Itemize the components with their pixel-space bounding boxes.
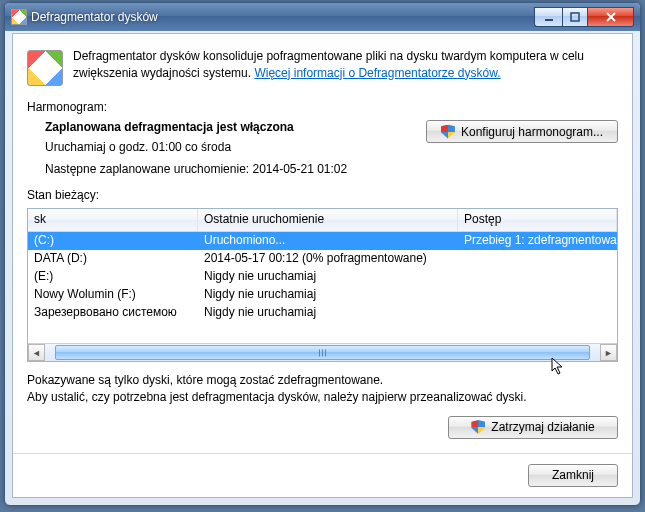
cell-a: DATA (D:) bbox=[28, 250, 198, 268]
titlebar[interactable]: Defragmentator dysków bbox=[5, 3, 640, 31]
schedule-panel: Zaplanowana defragmentacja jest włączona… bbox=[27, 120, 618, 184]
client-area: Defragmentator dysków konsoliduje pofrag… bbox=[12, 33, 633, 498]
note-line2: Aby ustalić, czy potrzebna jest defragme… bbox=[27, 389, 618, 406]
cell-c bbox=[458, 304, 617, 322]
cell-a: (C:) bbox=[28, 232, 198, 250]
scroll-thumb[interactable] bbox=[55, 345, 590, 360]
defrag-icon bbox=[27, 50, 63, 86]
footer: Zamknij bbox=[27, 454, 618, 487]
more-info-link[interactable]: Więcej informacji o Defragmentatorze dys… bbox=[254, 66, 500, 80]
cell-b: Uruchomiono... bbox=[198, 232, 458, 250]
intro-panel: Defragmentator dysków konsoliduje pofrag… bbox=[27, 48, 618, 86]
maximize-button[interactable] bbox=[562, 7, 588, 27]
cell-b: 2014-05-17 00:12 (0% pofragmentowane) bbox=[198, 250, 458, 268]
table-row[interactable]: (E:)Nigdy nie uruchamiaj bbox=[28, 268, 617, 286]
configure-schedule-label: Konfiguruj harmonogram... bbox=[461, 125, 603, 139]
window-title: Defragmentator dysków bbox=[27, 10, 534, 24]
cell-b: Nigdy nie uruchamiaj bbox=[198, 286, 458, 304]
cell-b: Nigdy nie uruchamiaj bbox=[198, 304, 458, 322]
note-text: Pokazywane są tylko dyski, które mogą zo… bbox=[27, 372, 618, 406]
window-frame: Defragmentator dysków Defragmentator dys… bbox=[4, 2, 641, 506]
horizontal-scrollbar[interactable]: ◄ ► bbox=[28, 343, 617, 361]
cell-c: Przebieg 1: zdefragmentowano 5% bbox=[458, 232, 617, 250]
table-row[interactable]: Зарезервовано системоюNigdy nie uruchami… bbox=[28, 304, 617, 322]
stop-defrag-button[interactable]: Zatrzymaj działanie bbox=[448, 416, 618, 439]
status-label: Stan bieżący: bbox=[27, 188, 618, 202]
listview-header[interactable]: sk Ostatnie uruchomienie Postęp bbox=[28, 209, 617, 232]
stop-defrag-label: Zatrzymaj działanie bbox=[491, 420, 594, 434]
table-row[interactable]: DATA (D:)2014-05-17 00:12 (0% pofragment… bbox=[28, 250, 617, 268]
col-progress[interactable]: Postęp bbox=[458, 209, 617, 231]
cell-a: Nowy Wolumin (F:) bbox=[28, 286, 198, 304]
shield-icon bbox=[471, 420, 485, 434]
table-row[interactable]: (C:)Uruchomiono...Przebieg 1: zdefragmen… bbox=[28, 232, 617, 250]
action-buttons: Zatrzymaj działanie bbox=[27, 416, 618, 439]
cell-c bbox=[458, 268, 617, 286]
note-line1: Pokazywane są tylko dyski, które mogą zo… bbox=[27, 372, 618, 389]
schedule-next-line: Następne zaplanowane uruchomienie: 2014-… bbox=[45, 162, 416, 176]
shield-icon bbox=[441, 125, 455, 139]
cell-b: Nigdy nie uruchamiaj bbox=[198, 268, 458, 286]
schedule-run-line: Uruchamiaj o godz. 01:00 co środa bbox=[45, 140, 416, 154]
minimize-button[interactable] bbox=[534, 7, 562, 27]
svg-rect-0 bbox=[545, 19, 553, 21]
close-button[interactable] bbox=[588, 7, 634, 27]
close-dialog-button[interactable]: Zamknij bbox=[528, 464, 618, 487]
schedule-label: Harmonogram: bbox=[27, 100, 618, 114]
cell-a: (E:) bbox=[28, 268, 198, 286]
cell-c bbox=[458, 286, 617, 304]
listview-body: (C:)Uruchomiono...Przebieg 1: zdefragmen… bbox=[28, 232, 617, 322]
scroll-track[interactable] bbox=[45, 344, 600, 361]
col-lastrun[interactable]: Ostatnie uruchomienie bbox=[198, 209, 458, 231]
scroll-left-arrow[interactable]: ◄ bbox=[28, 344, 45, 361]
scroll-right-arrow[interactable]: ► bbox=[600, 344, 617, 361]
configure-schedule-button[interactable]: Konfiguruj harmonogram... bbox=[426, 120, 618, 143]
table-row[interactable]: Nowy Wolumin (F:)Nigdy nie uruchamiaj bbox=[28, 286, 617, 304]
app-icon bbox=[11, 9, 27, 25]
disk-listview[interactable]: sk Ostatnie uruchomienie Postęp (C:)Uruc… bbox=[27, 208, 618, 362]
cell-a: Зарезервовано системою bbox=[28, 304, 198, 322]
cell-c bbox=[458, 250, 617, 268]
svg-rect-1 bbox=[571, 13, 579, 21]
schedule-enabled-line: Zaplanowana defragmentacja jest włączona bbox=[45, 120, 416, 134]
intro-text: Defragmentator dysków konsoliduje pofrag… bbox=[73, 48, 618, 86]
col-disk[interactable]: sk bbox=[28, 209, 198, 231]
window-buttons bbox=[534, 7, 634, 27]
